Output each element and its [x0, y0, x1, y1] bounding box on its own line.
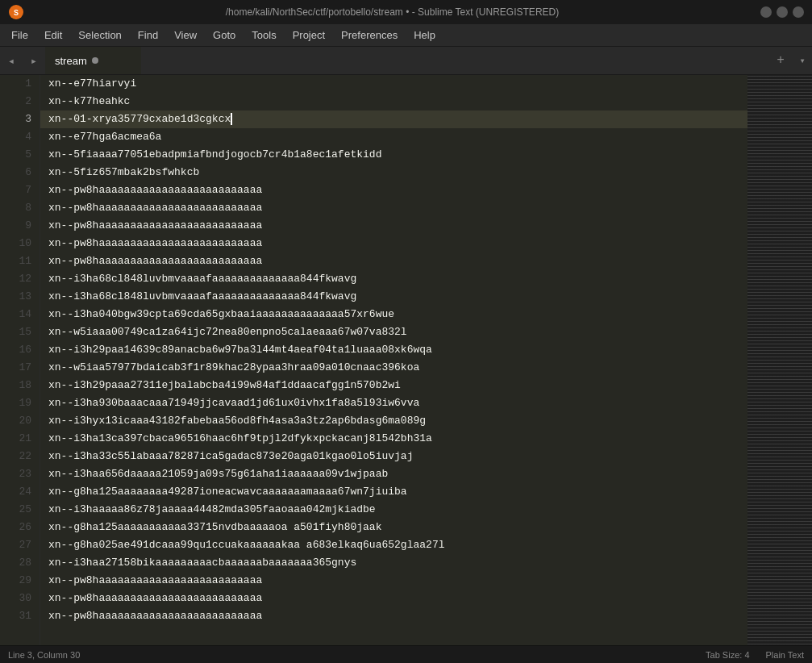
code-line-22[interactable]: xn--i3ha33c55labaaa78287ica5gadac873e20a…: [40, 448, 747, 465]
line-number-5: 5: [0, 146, 40, 164]
maximize-button[interactable]: [777, 6, 788, 18]
line-number-4: 4: [0, 128, 40, 146]
line-number-25: 25: [0, 501, 40, 519]
line-number-8: 8: [0, 199, 40, 217]
tab-nav-next[interactable]: ▸: [23, 47, 45, 74]
menu-view[interactable]: View: [166, 27, 205, 44]
code-line-15[interactable]: xn--w5iaaa00749ca1za64ijc72nea80enpno5ca…: [40, 323, 747, 341]
menu-find[interactable]: Find: [130, 27, 166, 44]
tab-stream[interactable]: stream: [45, 47, 142, 74]
statusbar-tab-size[interactable]: Tab Size: 4: [706, 650, 749, 660]
line-number-31: 31: [0, 607, 40, 625]
close-button[interactable]: [793, 6, 804, 18]
line-number-18: 18: [0, 377, 40, 394]
line-number-12: 12: [0, 270, 40, 288]
line-number-13: 13: [0, 288, 40, 306]
code-line-7[interactable]: xn--pw8haaaaaaaaaaaaaaaaaaaaaaaaaa: [40, 181, 747, 199]
code-line-1[interactable]: xn--e77hiarvyi: [40, 75, 747, 93]
text-cursor: [231, 113, 232, 125]
code-line-24[interactable]: xn--g8ha125aaaaaaaa49287ioneacwavcaaaaaa…: [40, 483, 747, 501]
line-number-17: 17: [0, 359, 40, 377]
tabbar: ◂ ▸ stream + ▾: [0, 47, 812, 75]
menu-project[interactable]: Project: [285, 27, 333, 44]
code-line-23[interactable]: xn--i3haa656daaaaa21059ja09s75g61aha1iaa…: [40, 465, 747, 483]
menu-tools[interactable]: Tools: [244, 27, 284, 44]
code-line-13[interactable]: xn--i3ha68cl848luvbmvaaaafaaaaaaaaaaaaaa…: [40, 288, 747, 306]
line-number-19: 19: [0, 394, 40, 412]
code-line-14[interactable]: xn--i3ha040bgw39cpta69cda65gxbaaiaaaaaaa…: [40, 306, 747, 323]
line-number-24: 24: [0, 483, 40, 501]
line-number-30: 30: [0, 590, 40, 607]
app-logo: S: [8, 4, 24, 20]
tab-label: stream: [55, 55, 87, 67]
line-number-9: 9: [0, 217, 40, 235]
window-title: /home/kali/NorthSec/ctf/portobello/strea…: [24, 6, 760, 18]
menu-edit[interactable]: Edit: [36, 27, 70, 44]
line-number-28: 28: [0, 554, 40, 572]
statusbar: Line 3, Column 30 Tab Size: 4 Plain Text: [0, 645, 812, 663]
window-controls: [760, 6, 804, 18]
line-numbers: 1234567891011121314151617181920212223242…: [0, 75, 40, 645]
editor-area: 1234567891011121314151617181920212223242…: [0, 75, 812, 645]
line-number-22: 22: [0, 448, 40, 465]
code-line-20[interactable]: xn--i3hyx13icaaa43182fabebaa56od8fh4asa3…: [40, 412, 747, 430]
line-number-11: 11: [0, 252, 40, 270]
line-number-26: 26: [0, 519, 40, 536]
code-line-28[interactable]: xn--i3haa27158bikaaaaaaaaacbaaaaaabaaaaa…: [40, 554, 747, 572]
line-number-14: 14: [0, 306, 40, 323]
code-line-9[interactable]: xn--pw8haaaaaaaaaaaaaaaaaaaaaaaaaa: [40, 217, 747, 235]
code-line-11[interactable]: xn--pw8haaaaaaaaaaaaaaaaaaaaaaaaaa: [40, 252, 747, 270]
minimize-button[interactable]: [760, 6, 772, 18]
line-number-6: 6: [0, 164, 40, 181]
code-line-6[interactable]: xn--5fiz657mbak2bsfwhkcb: [40, 164, 747, 181]
line-number-20: 20: [0, 412, 40, 430]
line-number-7: 7: [0, 181, 40, 199]
line-number-27: 27: [0, 536, 40, 554]
statusbar-right: Tab Size: 4 Plain Text: [706, 650, 804, 660]
minimap-content: [747, 75, 812, 645]
code-line-3[interactable]: xn--01-xrya35779cxabe1d3cgkcx: [40, 110, 747, 128]
menu-goto[interactable]: Goto: [205, 27, 244, 44]
code-line-10[interactable]: xn--pw8haaaaaaaaaaaaaaaaaaaaaaaaaa: [40, 235, 747, 252]
tab-nav-prev[interactable]: ◂: [0, 47, 23, 74]
code-line-25[interactable]: xn--i3haaaaa86z78jaaaaa44482mda305faaoaa…: [40, 501, 747, 519]
line-number-16: 16: [0, 341, 40, 359]
code-line-27[interactable]: xn--g8ha025ae491dcaaa99qu1ccuakaaaaaakaa…: [40, 536, 747, 554]
code-line-5[interactable]: xn--5fiaaaa77051ebadpmiafbndjogocb7cr4b1…: [40, 146, 747, 164]
code-line-4[interactable]: xn--e77hga6acmea6a: [40, 128, 747, 146]
menu-help[interactable]: Help: [406, 27, 443, 44]
code-line-31[interactable]: xn--pw8haaaaaaaaaaaaaaaaaaaaaaaaaa: [40, 607, 747, 625]
line-number-2: 2: [0, 93, 40, 110]
code-area[interactable]: xn--e77hiarvyixn--k77heahkcxn--01-xrya35…: [40, 75, 747, 645]
line-number-29: 29: [0, 572, 40, 590]
code-line-26[interactable]: xn--g8ha125aaaaaaaaaaa33715nvdbaaaaaoa a…: [40, 519, 747, 536]
code-line-30[interactable]: xn--pw8haaaaaaaaaaaaaaaaaaaaaaaaaa: [40, 590, 747, 607]
menubar: File Edit Selection Find View Goto Tools…: [0, 24, 812, 47]
menu-selection[interactable]: Selection: [70, 27, 129, 44]
code-line-2[interactable]: xn--k77heahkc: [40, 93, 747, 110]
svg-text:S: S: [14, 9, 19, 18]
new-tab-button[interactable]: +: [768, 47, 793, 74]
code-line-12[interactable]: xn--i3ha68cl848luvbmvaaaafaaaaaaaaaaaaaa…: [40, 270, 747, 288]
statusbar-position: Line 3, Column 30: [8, 650, 80, 660]
code-line-19[interactable]: xn--i3ha930baaacaaa71949jjcavaad1jd61ux0…: [40, 394, 747, 412]
menu-preferences[interactable]: Preferences: [333, 27, 406, 44]
line-number-3: 3: [0, 110, 40, 128]
line-number-10: 10: [0, 235, 40, 252]
code-line-21[interactable]: xn--i3ha13ca397cbaca96516haac6hf9tpjl2df…: [40, 430, 747, 448]
line-number-23: 23: [0, 465, 40, 483]
line-number-21: 21: [0, 430, 40, 448]
tab-list-button[interactable]: ▾: [793, 47, 812, 74]
code-line-16[interactable]: xn--i3h29paa14639c89anacba6w97ba3l44mt4a…: [40, 341, 747, 359]
line-number-1: 1: [0, 75, 40, 93]
titlebar: S /home/kali/NorthSec/ctf/portobello/str…: [0, 0, 812, 24]
code-line-29[interactable]: xn--pw8haaaaaaaaaaaaaaaaaaaaaaaaaa: [40, 572, 747, 590]
statusbar-syntax[interactable]: Plain Text: [766, 650, 805, 660]
minimap[interactable]: [747, 75, 812, 645]
tab-modified-indicator: [92, 57, 98, 64]
menu-file[interactable]: File: [3, 27, 36, 44]
code-line-18[interactable]: xn--i3h29paaa27311ejbalabcba4i99w84af1dd…: [40, 377, 747, 394]
code-line-8[interactable]: xn--pw8haaaaaaaaaaaaaaaaaaaaaaaaaa: [40, 199, 747, 217]
tab-spacer: [142, 47, 768, 74]
code-line-17[interactable]: xn--w5iaa57977bdaicab3f1r89khac28ypaa3hr…: [40, 359, 747, 377]
